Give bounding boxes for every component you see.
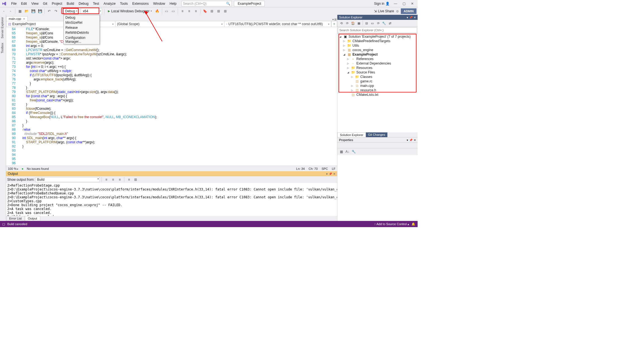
misc3-icon[interactable]: ⊞ (222, 8, 228, 14)
toggle-icon[interactable]: ≡ (110, 177, 116, 182)
live-share-button[interactable]: ⇲ Live Share (374, 9, 394, 13)
menu-build[interactable]: Build (65, 1, 77, 6)
save-all-icon[interactable]: 💾 (37, 8, 43, 14)
pin-icon[interactable]: 📌 (409, 139, 413, 142)
config-option[interactable]: Debug (64, 15, 100, 20)
tab-window-icon[interactable]: ⊞ (334, 18, 337, 21)
redo-icon[interactable]: ↷ (53, 8, 59, 14)
close-icon[interactable]: ✕ (23, 17, 25, 20)
server-explorer-tab[interactable]: Server Explorer (0, 15, 4, 41)
close-icon[interactable]: ✕ (414, 16, 416, 19)
config-option[interactable]: MinSizeRel (64, 20, 100, 25)
menu-window[interactable]: Window (151, 1, 167, 6)
search-box[interactable]: Search (Ctrl+Q) 🔍 (181, 1, 232, 6)
menu-file[interactable]: File (9, 1, 19, 6)
bookmark-icon[interactable]: 🔖 (202, 8, 208, 14)
menu-edit[interactable]: Edit (19, 1, 29, 6)
tree-node[interactable]: ◢▦ExampleProject (337, 52, 418, 57)
show-all-icon[interactable]: ▭ (370, 20, 375, 26)
solution-config-combo[interactable]: Debug DebugMinSizeRelReleaseRelWithDebIn… (63, 8, 79, 14)
minimize-button[interactable]: — (391, 1, 400, 6)
code-editor[interactable]: 6465666768697071727374757677787980818283… (6, 27, 337, 166)
tree-node[interactable]: ▷📁CMakePredefinedTargets (337, 39, 418, 43)
config-option[interactable]: RelWithDebInfo (64, 30, 100, 35)
dropdown-icon[interactable]: ▾ (326, 172, 328, 175)
home2-icon[interactable]: 🏠 (350, 20, 356, 26)
menu-project[interactable]: Project (49, 1, 64, 6)
document-tab-main[interactable]: main.cpp ✕ (6, 16, 28, 21)
menu-debug[interactable]: Debug (76, 1, 91, 6)
tree-node[interactable]: ▷📁Resources (337, 66, 418, 70)
undo-icon[interactable]: ↶ (46, 8, 52, 14)
output-source-combo[interactable]: Build (35, 177, 100, 182)
tree-node[interactable]: ▷▪References (337, 57, 418, 61)
home-icon[interactable]: ⟲ (338, 20, 344, 26)
project-selector[interactable]: ExampleProject (234, 1, 265, 6)
tree-node[interactable]: ▤CMakeLists.txt (337, 92, 418, 97)
tree-node[interactable]: ▷📁Utils (337, 43, 418, 48)
menu-analyze[interactable]: Analyze (101, 1, 118, 6)
menu-git[interactable]: Git (41, 1, 49, 6)
close-icon[interactable]: ✕ (333, 172, 335, 175)
zoom-combo[interactable]: 100 % (8, 167, 18, 170)
menu-view[interactable]: View (29, 1, 41, 6)
tree-node[interactable]: ▤game.rc (337, 79, 418, 84)
solution-explorer-tab[interactable]: Solution Explorer (337, 132, 366, 137)
new-item-icon[interactable]: ▦ (17, 8, 23, 14)
categorize-icon[interactable]: ▦ (338, 149, 344, 154)
sync-icon[interactable]: ⟳ (344, 20, 350, 26)
config-option[interactable]: Release (64, 25, 100, 30)
nav-back-icon[interactable]: ◦ (1, 8, 7, 14)
solution-tree[interactable]: ◢▣ Solution 'ExampleProject' (7 of 7 pro… (337, 34, 418, 132)
pin-icon[interactable]: 📌 (329, 172, 332, 175)
notifications-icon[interactable]: 🔔 (411, 222, 415, 226)
tree-node[interactable]: ▷▫External Dependencies (337, 61, 418, 66)
pin-icon[interactable]: 📌 (409, 16, 413, 19)
tree-node[interactable]: ▷📁Classes (337, 75, 418, 79)
save-icon[interactable]: 💾 (30, 8, 36, 14)
misc2-icon[interactable]: ⊞ (216, 8, 221, 14)
wrench-icon[interactable]: 🔧 (351, 149, 356, 154)
refresh-icon[interactable]: ⟳ (375, 20, 381, 26)
dropdown-icon[interactable]: ▾ (407, 139, 408, 142)
props-icon[interactable]: 🔧 (381, 20, 387, 26)
code-content[interactable]: FILE* fConsole; freopen_s(&fCons out); f… (21, 27, 337, 166)
menu-extensions[interactable]: Extensions (130, 1, 151, 6)
open-icon[interactable]: 📂 (24, 8, 29, 14)
split-editor-button[interactable]: + (331, 21, 337, 27)
close-button[interactable]: ✕ (408, 1, 416, 6)
close-icon[interactable]: ✕ (414, 139, 416, 142)
output-text[interactable]: 2>ReflectionProbeStage.cpp 2>D:\ExampleP… (6, 183, 337, 216)
output-tab[interactable]: Output (25, 216, 40, 221)
indent-icon[interactable]: ≡ (180, 8, 185, 14)
solution-search-input[interactable] (338, 27, 417, 33)
dropdown-icon[interactable]: ▾ (407, 16, 408, 19)
source-control-button[interactable]: ↑ Add to Source Control ▴ (374, 222, 409, 226)
tree-node[interactable]: ▷▤resource.h (337, 88, 418, 92)
maximize-button[interactable]: ▢ (400, 1, 408, 6)
config-option[interactable]: Configuration Manager... (64, 35, 100, 44)
wrap-icon[interactable]: ≡ (117, 177, 122, 182)
misc1-icon[interactable]: ⊞ (209, 8, 215, 14)
solution-node[interactable]: ◢▣ Solution 'ExampleProject' (7 of 7 pro… (337, 34, 418, 39)
feedback-icon[interactable]: ☺ (396, 9, 399, 13)
show-icon[interactable]: ▦ (356, 20, 362, 26)
goto-icon[interactable]: ≡ (126, 177, 132, 182)
error-list-tab[interactable]: Error List (6, 216, 25, 221)
tree-node[interactable]: ▷▦cocos_engine (337, 48, 418, 52)
sign-in-button[interactable]: Sign in 👤 (372, 1, 391, 6)
step2-icon[interactable]: ▭ (171, 8, 176, 14)
menu-tools[interactable]: Tools (118, 1, 130, 6)
clear2-icon[interactable]: ⊞ (133, 177, 138, 182)
menu-help[interactable]: Help (167, 1, 179, 6)
tree-node[interactable]: ◢📁Source Files (337, 70, 418, 75)
alpha-icon[interactable]: A↓ (345, 149, 350, 154)
clear-icon[interactable]: ≡ (103, 177, 109, 182)
comment-icon[interactable]: ≡ (193, 8, 199, 14)
toolbox-tab[interactable]: Toolbox (0, 41, 4, 56)
tree-node[interactable]: ▷⧉main.cpp (337, 84, 418, 88)
nav-fwd-icon[interactable]: ◦ (8, 8, 13, 14)
preview-icon[interactable]: ⇄ (387, 20, 393, 26)
collapse-icon[interactable]: ⊟ (364, 20, 369, 26)
solution-platform-combo[interactable]: x64 (81, 8, 102, 14)
